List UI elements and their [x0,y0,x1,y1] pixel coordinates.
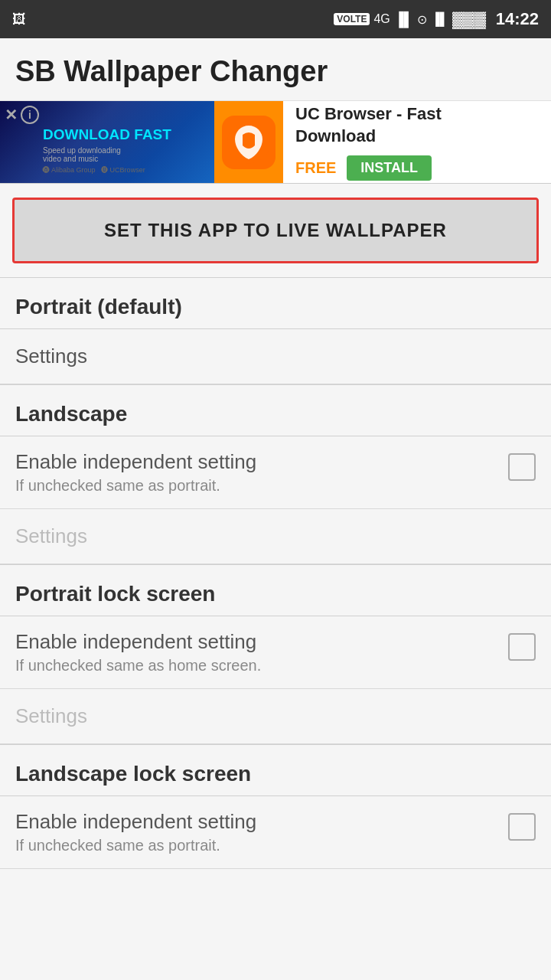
battery-icon: ▓▓▓ [452,11,486,28]
portrait-section-header: Portrait (default) [0,278,551,328]
landscape-lock-enable-checkbox[interactable] [508,813,536,841]
ad-info-icon[interactable]: i [21,106,39,124]
status-icons: VOLTE 4G ▐▌ ⊙ ▐▌ ▓▓▓ 14:22 [334,9,539,29]
landscape-enable-subtitle: If unchecked same as portrait. [15,477,496,495]
status-bar-left: 🖼 [12,11,26,28]
volte-badge: VOLTE [334,13,370,25]
portrait-lock-section-title: Portrait lock screen [15,582,536,606]
landscape-settings-label: Settings [15,524,87,548]
wifi-icon: ⊙ [417,12,427,27]
landscape-lock-enable-title: Enable independent setting [15,810,496,834]
landscape-lock-section-title: Landscape lock screen [15,762,536,786]
signal2-icon: ▐▌ [431,12,448,26]
portrait-lock-enable-subtitle: If unchecked same as home screen. [15,657,496,675]
app-header: SB Wallpaper Changer [0,38,551,101]
portrait-settings-item[interactable]: Settings [0,329,551,384]
ad-download-visual: DOWNLOAD FAST Speed up downloading video… [37,120,178,180]
landscape-enable-title: Enable independent setting [15,450,496,474]
portrait-lock-settings-item: Settings [0,689,551,744]
portrait-settings-label: Settings [15,345,87,368]
signal-icon: ▐▌ [394,11,414,28]
landscape-enable-content: Enable independent setting If unchecked … [15,450,496,495]
landscape-enable-item[interactable]: Enable independent setting If unchecked … [0,436,551,509]
landscape-section-title: Landscape [15,402,536,426]
portrait-lock-settings-label: Settings [15,704,87,728]
ad-close-icon[interactable]: ✕ [5,106,18,124]
landscape-lock-enable-item[interactable]: Enable independent setting If unchecked … [0,796,551,869]
portrait-lock-enable-checkbox[interactable] [508,633,536,661]
ad-banner[interactable]: ✕ i DOWNLOAD FAST Speed up downloading v… [0,101,551,184]
ad-close-area[interactable]: ✕ i [5,106,39,124]
app-title: SB Wallpaper Changer [15,55,536,88]
ad-app-name: UC Browser - FastDownload [295,103,539,147]
ad-info-area: UC Browser - FastDownload FREE INSTALL [283,101,551,184]
landscape-lock-enable-content: Enable independent setting If unchecked … [15,810,496,854]
ad-action-row: FREE INSTALL [295,155,539,181]
landscape-enable-checkbox[interactable] [508,453,536,481]
landscape-lock-enable-subtitle: If unchecked same as portrait. [15,837,496,854]
uc-browser-icon [222,116,276,169]
image-icon: 🖼 [12,11,26,27]
ad-free-label: FREE [295,159,336,177]
landscape-section-header: Landscape [0,385,551,436]
ad-icon-area [214,101,283,184]
portrait-lock-section-header: Portrait lock screen [0,565,551,616]
network-4g-icon: 4G [373,12,390,26]
landscape-settings-item: Settings [0,509,551,564]
ad-install-button[interactable]: INSTALL [347,155,432,181]
portrait-lock-enable-item[interactable]: Enable independent setting If unchecked … [0,616,551,689]
portrait-lock-enable-title: Enable independent setting [15,630,496,654]
main-content: SET THIS APP TO LIVE WALLPAPER Portrait … [0,184,551,869]
set-wallpaper-container: SET THIS APP TO LIVE WALLPAPER [0,184,551,277]
time-display: 14:22 [496,9,539,29]
ad-image-area: ✕ i DOWNLOAD FAST Speed up downloading v… [0,101,214,184]
portrait-section-title: Portrait (default) [15,295,536,319]
landscape-lock-section-header: Landscape lock screen [0,745,551,795]
portrait-lock-enable-content: Enable independent setting If unchecked … [15,630,496,675]
status-bar: 🖼 VOLTE 4G ▐▌ ⊙ ▐▌ ▓▓▓ 14:22 [0,0,551,38]
set-wallpaper-button[interactable]: SET THIS APP TO LIVE WALLPAPER [12,198,539,263]
